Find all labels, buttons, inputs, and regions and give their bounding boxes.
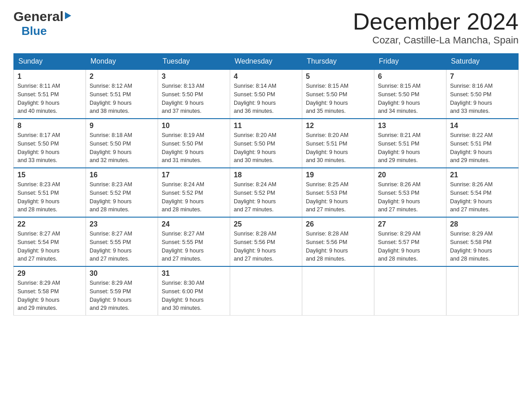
day-info: Sunrise: 8:28 AM Sunset: 5:56 PM Dayligh… <box>234 230 298 263</box>
day-number: 10 <box>162 122 226 130</box>
day-number: 24 <box>162 220 226 228</box>
calendar-week-4: 22 Sunrise: 8:27 AM Sunset: 5:54 PM Dayl… <box>14 217 519 266</box>
day-number: 18 <box>234 171 298 179</box>
calendar-cell: 9 Sunrise: 8:18 AM Sunset: 5:50 PM Dayli… <box>86 119 158 168</box>
day-info: Sunrise: 8:11 AM Sunset: 5:51 PM Dayligh… <box>17 82 82 116</box>
day-info: Sunrise: 8:26 AM Sunset: 5:53 PM Dayligh… <box>378 180 442 214</box>
day-info: Sunrise: 8:26 AM Sunset: 5:54 PM Dayligh… <box>450 180 515 214</box>
day-info: Sunrise: 8:15 AM Sunset: 5:50 PM Dayligh… <box>378 82 442 116</box>
day-info: Sunrise: 8:22 AM Sunset: 5:51 PM Dayligh… <box>450 131 515 165</box>
day-number: 17 <box>162 171 226 179</box>
calendar-cell: 20 Sunrise: 8:26 AM Sunset: 5:53 PM Dayl… <box>374 168 446 217</box>
calendar-cell: 1 Sunrise: 8:11 AM Sunset: 5:51 PM Dayli… <box>14 69 86 119</box>
day-number: 27 <box>378 220 442 228</box>
calendar-cell: 23 Sunrise: 8:27 AM Sunset: 5:55 PM Dayl… <box>86 217 158 266</box>
calendar-subtitle: Cozar, Castille-La Mancha, Spain <box>353 34 519 46</box>
day-info: Sunrise: 8:29 AM Sunset: 5:57 PM Dayligh… <box>378 230 442 263</box>
day-number: 9 <box>90 122 154 130</box>
day-number: 21 <box>450 171 515 179</box>
calendar-cell: 21 Sunrise: 8:26 AM Sunset: 5:54 PM Dayl… <box>446 168 519 217</box>
day-info: Sunrise: 8:29 AM Sunset: 5:58 PM Dayligh… <box>17 279 82 313</box>
day-info: Sunrise: 8:25 AM Sunset: 5:53 PM Dayligh… <box>306 180 370 214</box>
day-header-monday: Monday <box>86 54 158 70</box>
calendar-cell: 15 Sunrise: 8:23 AM Sunset: 5:51 PM Dayl… <box>14 168 86 217</box>
day-header-wednesday: Wednesday <box>230 54 302 70</box>
day-info: Sunrise: 8:14 AM Sunset: 5:50 PM Dayligh… <box>234 82 298 116</box>
day-number: 6 <box>378 73 442 81</box>
day-number: 2 <box>90 73 154 81</box>
day-number: 16 <box>90 171 154 179</box>
calendar-cell <box>230 266 302 316</box>
day-number: 20 <box>378 171 442 179</box>
logo-general-text: General <box>13 9 64 24</box>
calendar-cell: 10 Sunrise: 8:19 AM Sunset: 5:50 PM Dayl… <box>158 119 230 168</box>
logo: General Blue <box>13 9 71 38</box>
day-info: Sunrise: 8:23 AM Sunset: 5:51 PM Dayligh… <box>17 180 82 214</box>
day-number: 12 <box>306 122 370 130</box>
calendar-cell: 8 Sunrise: 8:17 AM Sunset: 5:50 PM Dayli… <box>14 119 86 168</box>
day-info: Sunrise: 8:24 AM Sunset: 5:52 PM Dayligh… <box>234 180 298 214</box>
day-info: Sunrise: 8:16 AM Sunset: 5:50 PM Dayligh… <box>450 82 515 116</box>
day-number: 3 <box>162 73 226 81</box>
calendar-cell <box>446 266 519 316</box>
calendar-cell: 26 Sunrise: 8:28 AM Sunset: 5:56 PM Dayl… <box>302 217 374 266</box>
calendar-week-2: 8 Sunrise: 8:17 AM Sunset: 5:50 PM Dayli… <box>14 119 519 168</box>
calendar-cell: 25 Sunrise: 8:28 AM Sunset: 5:56 PM Dayl… <box>230 217 302 266</box>
day-number: 23 <box>90 220 154 228</box>
day-number: 30 <box>90 270 154 278</box>
calendar-cell: 5 Sunrise: 8:15 AM Sunset: 5:50 PM Dayli… <box>302 69 374 119</box>
logo-arrow-icon <box>65 12 71 19</box>
day-info: Sunrise: 8:29 AM Sunset: 5:59 PM Dayligh… <box>90 279 154 313</box>
day-info: Sunrise: 8:12 AM Sunset: 5:51 PM Dayligh… <box>90 82 154 116</box>
day-number: 13 <box>378 122 442 130</box>
calendar-cell: 3 Sunrise: 8:13 AM Sunset: 5:50 PM Dayli… <box>158 69 230 119</box>
calendar-cell <box>374 266 446 316</box>
calendar-cell: 18 Sunrise: 8:24 AM Sunset: 5:52 PM Dayl… <box>230 168 302 217</box>
calendar-cell: 27 Sunrise: 8:29 AM Sunset: 5:57 PM Dayl… <box>374 217 446 266</box>
day-header-tuesday: Tuesday <box>158 54 230 70</box>
day-info: Sunrise: 8:28 AM Sunset: 5:56 PM Dayligh… <box>306 230 370 263</box>
day-number: 25 <box>234 220 298 228</box>
day-info: Sunrise: 8:23 AM Sunset: 5:52 PM Dayligh… <box>90 180 154 214</box>
calendar-cell: 6 Sunrise: 8:15 AM Sunset: 5:50 PM Dayli… <box>374 69 446 119</box>
day-info: Sunrise: 8:19 AM Sunset: 5:50 PM Dayligh… <box>162 131 226 165</box>
logo-blue-text: Blue <box>21 24 47 38</box>
calendar-title: December 2024 <box>353 9 519 34</box>
calendar-cell: 14 Sunrise: 8:22 AM Sunset: 5:51 PM Dayl… <box>446 119 519 168</box>
calendar-cell: 4 Sunrise: 8:14 AM Sunset: 5:50 PM Dayli… <box>230 69 302 119</box>
day-number: 29 <box>17 270 82 278</box>
day-info: Sunrise: 8:30 AM Sunset: 6:00 PM Dayligh… <box>162 279 226 313</box>
day-header-friday: Friday <box>374 54 446 70</box>
day-header-sunday: Sunday <box>14 54 86 70</box>
day-header-saturday: Saturday <box>446 54 519 70</box>
calendar-cell: 28 Sunrise: 8:29 AM Sunset: 5:58 PM Dayl… <box>446 217 519 266</box>
calendar-cell: 12 Sunrise: 8:20 AM Sunset: 5:51 PM Dayl… <box>302 119 374 168</box>
day-info: Sunrise: 8:15 AM Sunset: 5:50 PM Dayligh… <box>306 82 370 116</box>
calendar-cell: 30 Sunrise: 8:29 AM Sunset: 5:59 PM Dayl… <box>86 266 158 316</box>
calendar-header-row: SundayMondayTuesdayWednesdayThursdayFrid… <box>14 54 519 70</box>
calendar-cell: 22 Sunrise: 8:27 AM Sunset: 5:54 PM Dayl… <box>14 217 86 266</box>
day-number: 11 <box>234 122 298 130</box>
calendar-cell: 17 Sunrise: 8:24 AM Sunset: 5:52 PM Dayl… <box>158 168 230 217</box>
calendar-week-1: 1 Sunrise: 8:11 AM Sunset: 5:51 PM Dayli… <box>14 69 519 119</box>
day-info: Sunrise: 8:20 AM Sunset: 5:50 PM Dayligh… <box>234 131 298 165</box>
day-info: Sunrise: 8:13 AM Sunset: 5:50 PM Dayligh… <box>162 82 226 116</box>
title-block: December 2024 Cozar, Castille-La Mancha,… <box>353 9 519 46</box>
day-info: Sunrise: 8:17 AM Sunset: 5:50 PM Dayligh… <box>17 131 82 165</box>
day-info: Sunrise: 8:27 AM Sunset: 5:55 PM Dayligh… <box>162 230 226 263</box>
day-number: 14 <box>450 122 515 130</box>
calendar-cell: 2 Sunrise: 8:12 AM Sunset: 5:51 PM Dayli… <box>86 69 158 119</box>
calendar-week-3: 15 Sunrise: 8:23 AM Sunset: 5:51 PM Dayl… <box>14 168 519 217</box>
day-header-thursday: Thursday <box>302 54 374 70</box>
day-number: 28 <box>450 220 515 228</box>
day-info: Sunrise: 8:21 AM Sunset: 5:51 PM Dayligh… <box>378 131 442 165</box>
calendar-cell: 16 Sunrise: 8:23 AM Sunset: 5:52 PM Dayl… <box>86 168 158 217</box>
day-number: 31 <box>162 270 226 278</box>
calendar-cell: 31 Sunrise: 8:30 AM Sunset: 6:00 PM Dayl… <box>158 266 230 316</box>
day-info: Sunrise: 8:27 AM Sunset: 5:54 PM Dayligh… <box>17 230 82 263</box>
day-info: Sunrise: 8:24 AM Sunset: 5:52 PM Dayligh… <box>162 180 226 214</box>
day-number: 1 <box>17 73 82 81</box>
calendar-table: SundayMondayTuesdayWednesdayThursdayFrid… <box>13 53 519 316</box>
day-number: 5 <box>306 73 370 81</box>
calendar-cell: 13 Sunrise: 8:21 AM Sunset: 5:51 PM Dayl… <box>374 119 446 168</box>
